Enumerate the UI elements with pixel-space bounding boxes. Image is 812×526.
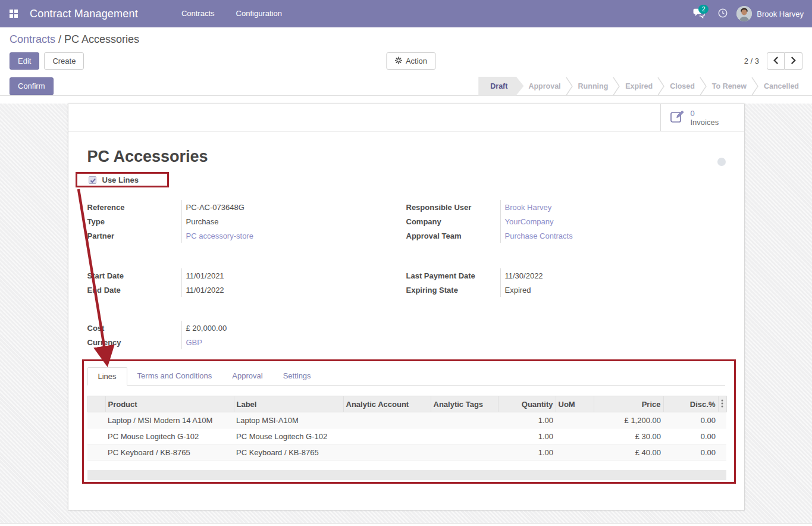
field-label-expiring-state: Expiring State: [406, 286, 500, 295]
field-value-type: Purchase: [181, 214, 406, 228]
field-label-company: Company: [406, 217, 500, 226]
nav-menu-contracts[interactable]: Contracts: [174, 0, 222, 27]
use-lines-checkbox[interactable]: [89, 176, 96, 184]
form-sheet: 0 Invoices PC Accessories Use Lines Refe: [68, 104, 745, 511]
column-header-uom[interactable]: UoM: [556, 396, 594, 412]
stage-separator-icon: [751, 77, 759, 96]
breadcrumb: Contracts / PC Accessories: [10, 33, 802, 46]
cell-uom[interactable]: [556, 412, 594, 428]
column-header-disc[interactable]: Disc.%: [663, 396, 718, 412]
user-name[interactable]: Brook Harvey: [757, 10, 804, 18]
cell-analytic-tags[interactable]: [431, 428, 498, 444]
field-value-company[interactable]: YourCompany: [500, 214, 725, 228]
cell-uom[interactable]: [556, 444, 594, 461]
systray: 2 Brook Harvey: [689, 0, 812, 27]
cell-price[interactable]: £ 30.00: [594, 428, 663, 444]
column-header-product[interactable]: Product: [105, 396, 234, 412]
breadcrumb-parent[interactable]: Contracts: [10, 33, 55, 45]
table-row[interactable]: Laptop / MSI Modern 14 A10M Laptop MSI-A…: [87, 412, 726, 428]
table-row[interactable]: PC Mouse Logitech G-102 PC Mouse Logitec…: [87, 428, 726, 444]
action-button[interactable]: Action: [386, 52, 435, 70]
stage-expired[interactable]: Expired: [620, 77, 657, 96]
row-handle[interactable]: [87, 428, 105, 444]
invoices-smart-button[interactable]: 0 Invoices: [660, 104, 744, 131]
create-button[interactable]: Create: [44, 52, 84, 70]
column-header-price[interactable]: Price: [594, 396, 663, 412]
navbar: Contract Management Contracts Configurat…: [0, 0, 812, 27]
cell-analytic-tags[interactable]: [431, 412, 498, 428]
cell-quantity[interactable]: 1.00: [498, 412, 556, 428]
apps-menu-button[interactable]: [0, 0, 27, 27]
stage-cancelled[interactable]: Cancelled: [759, 77, 812, 96]
field-label-end-date: End Date: [87, 286, 181, 295]
chevron-left-icon: [773, 57, 779, 66]
field-value-partner[interactable]: PC accessory-store: [181, 228, 406, 243]
row-handle[interactable]: [87, 412, 105, 428]
tab-lines[interactable]: Lines: [87, 367, 127, 386]
pager: 2 / 3: [744, 52, 802, 70]
control-panel-buttons: Edit Create Action 2 / 3: [10, 52, 802, 70]
field-value-reference: PC-AC-073648G: [181, 200, 406, 214]
edit-button[interactable]: Edit: [10, 52, 39, 70]
column-header-quantity[interactable]: Quantity: [498, 396, 556, 412]
activity-button[interactable]: [713, 0, 733, 27]
cell-analytic-account[interactable]: [343, 412, 431, 428]
user-avatar[interactable]: [736, 6, 752, 21]
stage-to-renew[interactable]: To Renew: [707, 77, 751, 96]
record-title: PC Accessories: [87, 148, 725, 166]
pager-previous-button[interactable]: [767, 52, 785, 70]
cell-product[interactable]: PC Mouse Logitech G-102: [105, 428, 234, 444]
cell-quantity[interactable]: 1.00: [498, 428, 556, 444]
stage-running[interactable]: Running: [573, 77, 613, 96]
cell-uom[interactable]: [556, 428, 594, 444]
column-header-analytic-tags[interactable]: Analytic Tags: [431, 396, 498, 412]
cell-quantity[interactable]: 1.00: [498, 444, 556, 461]
confirm-button[interactable]: Confirm: [10, 77, 54, 95]
nav-menu-configuration[interactable]: Configuration: [228, 0, 290, 27]
table-row[interactable]: PC Keyboard / KB-8765 PC Keyboard / KB-8…: [87, 444, 726, 461]
stage-closed[interactable]: Closed: [665, 77, 700, 96]
field-value-cost: £ 20,000.00: [181, 321, 407, 335]
chevron-right-icon: [791, 57, 796, 66]
cell-label[interactable]: PC Mouse Logitech G-102: [234, 428, 343, 444]
cell-disc[interactable]: 0.00: [663, 444, 718, 461]
app-brand: Contract Management: [30, 8, 138, 20]
field-label-reference: Reference: [87, 203, 181, 212]
cell-label[interactable]: PC Keyboard / KB-8765: [234, 444, 343, 461]
cell-product[interactable]: PC Keyboard / KB-8765: [105, 444, 234, 461]
breadcrumb-separator: /: [58, 33, 64, 45]
row-handle[interactable]: [87, 444, 105, 461]
pager-next-button[interactable]: [785, 52, 802, 70]
cell-analytic-account[interactable]: [343, 444, 431, 461]
gear-icon: [394, 57, 402, 66]
stage-draft[interactable]: Draft: [478, 77, 523, 96]
field-label-currency: Currency: [87, 338, 181, 347]
stage-separator-icon: [566, 77, 573, 96]
field-group-cost: Cost£ 20,000.00 CurrencyGBP: [87, 321, 725, 349]
column-header-analytic-account[interactable]: Analytic Account: [343, 396, 431, 412]
cell-price[interactable]: £ 1,200.00: [594, 412, 663, 428]
tab-approval[interactable]: Approval: [222, 367, 272, 385]
pager-value: 2 / 3: [744, 57, 759, 65]
cell-disc[interactable]: 0.00: [663, 428, 718, 444]
tab-terms-and-conditions[interactable]: Terms and Conditions: [127, 367, 222, 385]
cell-analytic-tags[interactable]: [431, 444, 498, 461]
cell-product[interactable]: Laptop / MSI Modern 14 A10M: [105, 412, 234, 428]
cell-price[interactable]: £ 40.00: [594, 444, 663, 461]
stage-approval[interactable]: Approval: [523, 77, 565, 96]
field-label-type: Type: [87, 217, 181, 226]
field-value-approval-team[interactable]: Purchase Contracts: [500, 228, 725, 243]
cell-disc[interactable]: 0.00: [663, 412, 718, 428]
notebook-tabs: Lines Terms and Conditions Approval Sett…: [87, 367, 725, 386]
message-count-badge: 2: [698, 5, 708, 14]
cell-label[interactable]: Laptop MSI-A10M: [234, 412, 343, 428]
field-label-approval-team: Approval Team: [406, 231, 500, 240]
optional-columns-button[interactable]: [718, 396, 726, 412]
tab-settings[interactable]: Settings: [273, 367, 321, 385]
messages-button[interactable]: 2: [689, 0, 709, 27]
field-value-responsible-user[interactable]: Brook Harvey: [500, 200, 725, 214]
field-label-cost: Cost: [87, 324, 181, 333]
column-header-label[interactable]: Label: [234, 396, 343, 412]
cell-analytic-account[interactable]: [343, 428, 431, 444]
field-value-currency[interactable]: GBP: [181, 335, 407, 349]
